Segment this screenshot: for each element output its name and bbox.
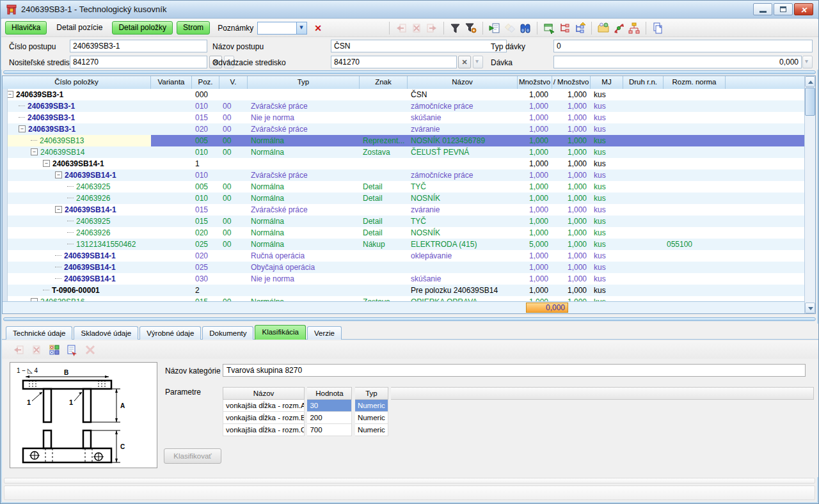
column-header[interactable]: V.: [219, 76, 248, 89]
table-row[interactable]: 240639SB14-1025Obyčajná operácia1,0001,0…: [3, 262, 804, 273]
tree-expand-icon[interactable]: −: [6, 91, 13, 98]
tree-delete-icon[interactable]: [557, 22, 571, 35]
param-column-typ[interactable]: Typ: [355, 387, 388, 400]
clear-note-icon[interactable]: [312, 22, 324, 34]
table-row[interactable]: −240639SB1601500NormálnaZostavaOPIERKA O…: [3, 296, 804, 301]
table-row[interactable]: 2406392501500NormálnaDetailTYČ1,0001,000…: [3, 216, 804, 227]
tab-skladov-daje[interactable]: Skladové údaje: [74, 326, 138, 340]
column-header[interactable]: Množstvo: [518, 76, 552, 89]
hlavicka-button[interactable]: Hlavička: [5, 21, 47, 35]
column-header[interactable]: Poz.: [192, 76, 219, 89]
cell-druh: [623, 158, 664, 169]
table-row[interactable]: 240639SB14-1020Ručná operáciaoklepávanie…: [3, 250, 804, 262]
param-row[interactable]: vonkajšia dĺžka - rozm.B 200 Numeric: [223, 412, 806, 424]
scrollbar-thumb[interactable]: [805, 88, 815, 116]
gears-refresh-icon[interactable]: [612, 22, 626, 35]
table-export-icon[interactable]: [425, 22, 439, 35]
window-transfer-icon[interactable]: [65, 343, 79, 356]
column-header[interactable]: / Množstvo: [552, 76, 591, 89]
table-row[interactable]: −240639SB14-1010Zváračské prácezámočníck…: [3, 169, 804, 181]
tree-expand-icon[interactable]: −: [55, 206, 62, 213]
nazov-kategorie-field[interactable]: Tvarová skupina 8270: [223, 364, 806, 377]
table-row[interactable]: 240639SB14-1030Nie je normaskúšanie1,000…: [3, 273, 804, 285]
column-header[interactable]: Varianta: [151, 76, 192, 89]
odvadzacie-stredisko-field[interactable]: [331, 56, 457, 68]
nazov-postupu-field[interactable]: [331, 40, 507, 52]
table-row[interactable]: 2406392601000NormálnaDetailNOSNÍK1,0001,…: [3, 193, 804, 204]
table-row[interactable]: −240639SB3-1000ČSN1,0001,000kus: [3, 89, 804, 100]
tab-verzie[interactable]: Verzie: [307, 326, 342, 340]
nositelske-stredisko-field[interactable]: [70, 56, 207, 68]
table-row[interactable]: −240639SB14-111,0001,000kus: [3, 158, 804, 169]
tree-refresh-icon[interactable]: [573, 22, 587, 35]
odvadzacie-dropdown-icon[interactable]: [473, 56, 483, 68]
table-row[interactable]: −240639SB1401000NormálnaZostavaČEĽUSŤ PE…: [3, 146, 804, 158]
binoculars-search-icon[interactable]: [518, 22, 532, 35]
table-row[interactable]: 1312134155046202500NormálnaNákupELEKTROD…: [3, 239, 804, 250]
davka-spinner-icon[interactable]: [802, 56, 813, 68]
table-row[interactable]: −240639SB3-102000Zváračské prácezváranie…: [3, 123, 804, 135]
window-new-icon[interactable]: [542, 22, 556, 35]
row-delete-icon[interactable]: [29, 343, 44, 356]
table-row[interactable]: −240639SB14-1015Zváračské prácezváranie1…: [3, 204, 804, 216]
tab-dokumenty[interactable]: Dokumenty: [202, 326, 253, 340]
copy-document-icon[interactable]: [651, 22, 665, 35]
tree-structure-icon[interactable]: [627, 22, 641, 35]
column-header[interactable]: Rozm. norma: [664, 76, 726, 89]
param-hodnota[interactable]: 200: [307, 412, 352, 424]
column-header[interactable]: Druh r.n.: [623, 76, 664, 89]
note-insert-icon[interactable]: [488, 22, 502, 35]
param-hodnota[interactable]: 700: [307, 424, 352, 436]
scroll-down-icon[interactable]: [805, 303, 815, 313]
vertical-scrollbar[interactable]: [804, 76, 815, 313]
column-header[interactable]: MJ: [591, 76, 623, 89]
chevron-down-icon[interactable]: [296, 22, 306, 34]
classification-matrix-icon[interactable]: [47, 343, 61, 356]
tab-technick-daje[interactable]: Technické údaje: [6, 326, 72, 340]
folder-settings-icon[interactable]: [596, 22, 610, 35]
table-row[interactable]: 240639SB1300500NormálnaReprezent...NOSNÍ…: [3, 135, 804, 146]
table-row[interactable]: 240639SB3-101500Nie je normaskúšanie1,00…: [3, 112, 804, 123]
table-row[interactable]: 2406392500500NormálnaDetailTYČ1,0001,000…: [3, 181, 804, 193]
tab-klasifik-cia[interactable]: Klasifikácia: [255, 325, 306, 340]
clear-odvadzacie-icon[interactable]: [458, 56, 471, 68]
typ-davky-field[interactable]: [553, 40, 813, 52]
delete-x-icon[interactable]: [83, 343, 97, 356]
column-header[interactable]: Číslo položky: [3, 76, 151, 89]
column-header[interactable]: Znak: [360, 76, 408, 89]
poznamky-input[interactable]: [258, 22, 296, 34]
param-row[interactable]: vonkajšia dĺžka - rozm.C 700 Numeric: [223, 424, 806, 436]
filter-icon[interactable]: [449, 22, 463, 35]
filter-settings-icon[interactable]: [464, 22, 478, 35]
table-delete-icon[interactable]: [410, 22, 424, 35]
table-row[interactable]: 240639SB3-101000Zváračské prácezámočníck…: [3, 100, 804, 112]
tree-expand-icon[interactable]: −: [43, 160, 50, 167]
row-import-icon[interactable]: [12, 343, 26, 356]
table-import-icon[interactable]: [394, 22, 408, 35]
param-row[interactable]: vonkajšia dĺžka - rozm.A 30 Numeric: [223, 400, 806, 412]
panel-splitter[interactable]: [2, 314, 817, 324]
poznamky-combobox[interactable]: [257, 22, 307, 35]
strom-button[interactable]: Strom: [177, 21, 210, 35]
tree-expand-icon[interactable]: −: [55, 171, 62, 178]
minimize-button[interactable]: [753, 3, 772, 15]
tree-expand-icon[interactable]: −: [31, 148, 38, 155]
column-header[interactable]: Typ: [248, 76, 360, 89]
param-hodnota[interactable]: 30: [307, 400, 352, 412]
scroll-up-icon[interactable]: [805, 76, 815, 87]
detail-pozicie-button[interactable]: Detail pozície: [51, 21, 108, 35]
cislo-postupu-field[interactable]: [70, 40, 207, 52]
maximize-button[interactable]: [774, 3, 793, 15]
param-column-nazov[interactable]: Názov: [223, 387, 305, 400]
tree-expand-icon[interactable]: −: [19, 125, 26, 132]
table-row[interactable]: 2406392602000NormálnaDetailNOSNÍK1,0001,…: [3, 227, 804, 239]
tab-v-robn-daje[interactable]: Výrobné údaje: [139, 326, 201, 340]
table-row[interactable]: T-0906-000012Pre polozku 240639SB141,000…: [3, 285, 804, 296]
param-column-hodnota[interactable]: Hodnota: [307, 387, 352, 400]
column-header[interactable]: Názov: [408, 76, 518, 89]
davka-field[interactable]: [553, 56, 802, 68]
klasifikovat-button[interactable]: Klasifikovať: [164, 448, 221, 464]
detail-polozky-button[interactable]: Detail položky: [112, 21, 173, 35]
close-button[interactable]: [794, 3, 813, 15]
paste-special-icon[interactable]: [503, 22, 517, 35]
